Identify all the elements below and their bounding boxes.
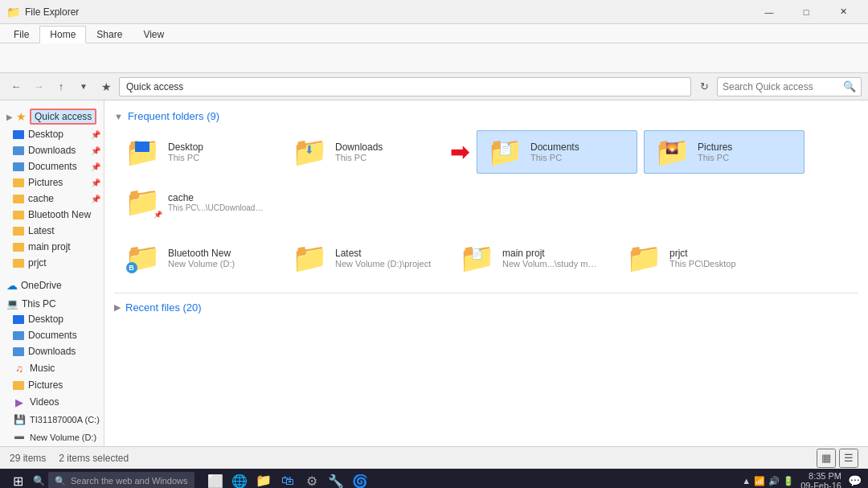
sidebar-item-prjct[interactable]: prjct: [0, 255, 104, 271]
taskbar-search-bar[interactable]: 🔍 Search the web and Windows: [48, 472, 194, 488]
sidebar-quick-access[interactable]: ▶ ★ Quick access: [0, 104, 104, 126]
maximize-button[interactable]: □: [788, 0, 825, 24]
pin-button[interactable]: ★: [96, 77, 116, 96]
sidebar-item-label: Latest: [28, 225, 55, 236]
folder-item-downloads[interactable]: 📁 ⬇ Downloads This PC: [281, 130, 442, 174]
arrow-indicator: ➡: [448, 130, 470, 174]
pin-icon: 📌: [91, 130, 100, 139]
time-display: 8:35 PM: [800, 471, 841, 481]
music-icon: ♫: [13, 362, 26, 375]
tab-view[interactable]: View: [133, 26, 174, 43]
sidebar-item-downloads[interactable]: Downloads 📌: [0, 142, 104, 158]
sidebar-item-downloads-pc[interactable]: Downloads: [0, 343, 104, 359]
folder-item-main-projt[interactable]: 📁 📄 main projt New Volum...\study materi…: [448, 236, 609, 280]
chevron-right-icon: ▶: [114, 302, 121, 313]
folder-item-pictures[interactable]: 📁 🌄 Pictures This PC: [644, 130, 805, 174]
folder-item-latest[interactable]: 📁 Latest New Volume (D:)\project: [281, 236, 442, 280]
folder-icon: [13, 227, 24, 236]
folder-grid-2: 📁 B Bluetooth New New Volume (D:) 📁 Late…: [114, 236, 858, 280]
documents-icon: [13, 162, 24, 171]
sidebar-item-bluetooth-new[interactable]: Bluetooth New: [0, 207, 104, 223]
large-icons-view-button[interactable]: ▦: [817, 449, 836, 468]
address-bar[interactable]: Quick access: [119, 77, 691, 96]
sidebar-item-documents-pc[interactable]: Documents: [0, 327, 104, 343]
folder-item-desktop[interactable]: 📁 Desktop This PC: [114, 130, 275, 174]
sidebar-item-label: TI31187000A (C:): [30, 415, 100, 424]
folder-path: This PC: [698, 153, 796, 162]
folder-name: prjct: [669, 248, 768, 259]
sidebar-item-latest[interactable]: Latest: [0, 223, 104, 239]
taskview-button[interactable]: ⬜: [204, 470, 227, 488]
downloads-icon: [13, 146, 24, 155]
taskbar-clock[interactable]: 8:35 PM 09-Feb-16: [800, 471, 841, 488]
battery-tray-icon[interactable]: 🔋: [783, 476, 794, 486]
sidebar-item-desktop-pc[interactable]: Desktop: [0, 311, 104, 327]
details-view-button[interactable]: ☰: [839, 449, 858, 468]
recent-files-header[interactable]: ▶ Recent files (20): [114, 301, 858, 314]
sidebar-item-label: Pictures: [28, 379, 63, 391]
sidebar-item-label: Pictures: [28, 177, 63, 188]
refresh-button[interactable]: ↻: [694, 77, 714, 96]
sidebar-item-pictures[interactable]: Pictures 📌: [0, 174, 104, 191]
tray-arrow-icon[interactable]: ▲: [742, 476, 751, 486]
app-button-1[interactable]: 🔧: [325, 470, 347, 488]
tab-home[interactable]: Home: [39, 26, 86, 43]
cortana-icon: 🔍: [33, 475, 45, 486]
sidebar-item-drive-d[interactable]: ➖ New Volume (D:): [0, 429, 104, 446]
app-button-2[interactable]: 🌀: [349, 470, 371, 488]
action-center-icon[interactable]: 💬: [848, 474, 862, 487]
folder-name: Downloads: [335, 141, 433, 153]
folder-item-cache[interactable]: 📁 📌 cache This PC\...\UCDownloadsHD: [114, 180, 275, 223]
close-button[interactable]: ✕: [825, 0, 862, 24]
recent-locations-button[interactable]: ▼: [74, 77, 93, 96]
main-projt-folder-icon: 📁 📄: [457, 242, 496, 274]
settings-button[interactable]: ⚙: [301, 470, 323, 488]
selected-count: 2 items selected: [59, 453, 129, 464]
folder-name: Latest: [335, 248, 433, 259]
sidebar-item-drive-c[interactable]: 💾 TI31187000A (C:): [0, 411, 104, 429]
folder-path: This PC: [335, 153, 433, 162]
folder-item-bluetooth-new[interactable]: 📁 B Bluetooth New New Volume (D:): [114, 236, 275, 280]
folder-item-documents[interactable]: 📁 📄 Documents This PC: [477, 130, 637, 174]
folder-path: New Volum...\study materials: [502, 259, 600, 269]
search-input[interactable]: [723, 81, 843, 92]
sidebar-thispc[interactable]: 💻 This PC: [0, 293, 104, 311]
folder-name: Desktop: [168, 141, 266, 153]
edge-button[interactable]: 🌐: [228, 470, 251, 488]
sidebar-item-desktop[interactable]: Desktop 📌: [0, 126, 104, 142]
folder-path: New Volume (D:): [168, 259, 266, 269]
sidebar-item-label: main projt: [28, 241, 71, 252]
address-text: Quick access: [126, 81, 183, 92]
sidebar-item-pictures-pc[interactable]: Pictures: [0, 377, 104, 393]
sidebar-item-main-projt[interactable]: main projt: [0, 239, 104, 255]
folder-icon: [13, 243, 24, 252]
tab-share[interactable]: Share: [86, 26, 133, 43]
folder-item-prjct[interactable]: 📁 prjct This PC\Desktop: [616, 236, 776, 280]
store-button[interactable]: 🛍: [276, 470, 299, 488]
search-bar[interactable]: 🔍: [717, 77, 862, 96]
sidebar-item-cache[interactable]: cache 📌: [0, 191, 104, 207]
forward-button[interactable]: →: [29, 77, 48, 96]
sidebar-item-label: Desktop: [28, 314, 63, 325]
sidebar-item-label: prjct: [28, 257, 47, 269]
sidebar-item-label: Downloads: [28, 145, 76, 156]
status-bar: 29 items 2 items selected ▦ ☰: [0, 446, 868, 469]
pictures-icon: [13, 178, 24, 187]
system-tray-icons: ▲ 📶 🔊 🔋: [742, 476, 794, 486]
folder-icon: [13, 195, 24, 203]
sidebar-item-music[interactable]: ♫ Music: [0, 359, 104, 377]
volume-tray-icon[interactable]: 🔊: [768, 476, 780, 486]
minimize-button[interactable]: —: [751, 0, 788, 24]
tab-file[interactable]: File: [3, 26, 39, 43]
windows-start-button[interactable]: ⊞: [6, 474, 30, 489]
quick-access-label: Quick access: [30, 109, 96, 125]
up-button[interactable]: ↑: [51, 77, 71, 96]
back-button[interactable]: ←: [6, 77, 26, 96]
sidebar-item-documents[interactable]: Documents 📌: [0, 158, 104, 174]
taskbar: ⊞ 🔍 🔍 Search the web and Windows ⬜ 🌐 📁 🛍…: [0, 469, 868, 488]
sidebar-onedrive[interactable]: ☁ OneDrive: [0, 274, 104, 293]
sidebar-item-videos[interactable]: ▶ Videos: [0, 393, 104, 411]
network-tray-icon[interactable]: 📶: [754, 476, 765, 486]
frequent-folders-header[interactable]: ▼ Frequent folders (9): [114, 110, 858, 122]
file-explorer-taskbar-button[interactable]: 📁: [252, 470, 275, 488]
